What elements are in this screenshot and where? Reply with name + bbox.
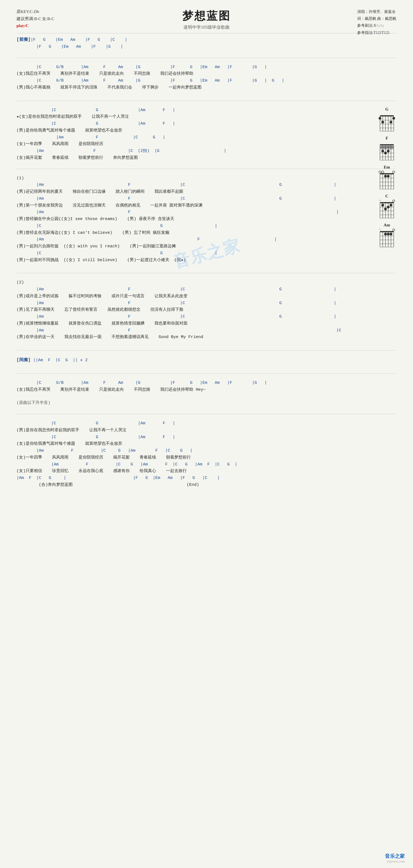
prelude-chords-2: |F G |Em Am |F |G | <box>16 43 397 51</box>
footer: 音乐之家 yinyuezi.com <box>385 853 405 864</box>
s1-chords1: |Am F |C G | <box>16 182 397 189</box>
svg-point-15 <box>389 121 392 124</box>
play-key: play:C <box>16 22 54 30</box>
chord-c-svg: × <box>377 199 397 219</box>
main1-chords1: |C G/B |Am F Am |G |F G |Em Am |F |G | <box>16 64 397 71</box>
s1-lyrics2: (男)第一个朋友坐我旁边 没见过面也没聊天 在偶然的相见 一起并肩 面对测不透的… <box>16 203 397 209</box>
fin-chords1: |C G |Am F | <box>16 420 397 427</box>
gap-11 <box>16 365 397 371</box>
divider-1 <box>16 33 397 33</box>
star-section: |C G |Am F | ★(女)是你在我悲伤时牵起我的双手 让我不再一个人哭泣… <box>16 107 397 162</box>
gap-8 <box>16 276 397 279</box>
divider-2 <box>16 58 397 58</box>
song-subtitle: 道明中学105级毕业歌曲 <box>16 25 397 30</box>
fin-lyrics5: (合)奔向梦想蓝图 (End) <box>16 482 397 489</box>
svg-point-62 <box>392 200 395 202</box>
svg-text:×: × <box>379 228 381 231</box>
lyricist: 词：戴思帆 曲：戴思帆 <box>357 15 397 22</box>
header-left: 原KEY:C-Db 建议男调:B-C 女:B-C play:C <box>16 8 54 30</box>
header-center: 梦想蓝图 道明中学105级毕业歌曲 <box>16 8 397 30</box>
ref-strumming: 参考刷法:X↑↓↑↓ <box>357 22 397 29</box>
prelude-chords-1: |F G |Em Am |F G |C | <box>31 37 127 42</box>
svg-point-81 <box>384 233 387 236</box>
gap-13 <box>16 394 397 400</box>
gap-15 <box>16 417 397 420</box>
s2-lyrics1: (男)或许是上帝的试炼 躲不过时间的考验 或许只是一句谎言 让我关系从此改变 <box>16 293 397 300</box>
s2-lyrics3: (男)就算憎恨继续蔓延 就算曾在伤口洒盐 就算热情变回腼腆 我也要和你面对面 <box>16 320 397 327</box>
section-1: (1) |Am F |C G | (男)还记得两年前的夏天 独自在校门口边缘 踏… <box>16 175 397 264</box>
s1-chords3: |Am F | <box>16 209 397 216</box>
divider-4 <box>16 169 397 169</box>
svg-point-82 <box>387 233 389 236</box>
s2-chords4: |Am F |C G | <box>16 327 397 334</box>
s2-lyrics4: (男)在毕业的这一天 我去找你见最后一面 不想抱着遗憾说再见 Good Bye … <box>16 334 397 341</box>
fin-chords5: |Am F |C G | |F G |Em Am |F G |C | <box>16 475 397 482</box>
s1-chords5: |Am F | <box>16 236 397 243</box>
gap-10 <box>16 353 397 356</box>
star-chords2: |C G |Am F | <box>16 121 397 127</box>
footer-url: yinyuezi.com <box>385 860 405 864</box>
s1-chords2: |Am F |C G | <box>16 195 397 203</box>
svg-point-83 <box>389 233 392 236</box>
gap-2 <box>16 61 397 64</box>
svg-point-64 <box>384 208 387 210</box>
rep-chords1: |C G/B |Am F Am |G |F G |Em Am |F |G | <box>16 380 397 386</box>
main1-lyrics2: (男)我心不再孤独 就算不停流下的泪珠 不代表我们会 停下脚步 一起奔向梦想蓝图 <box>16 84 397 91</box>
s1-lyrics1: (男)还记得两年前的夏天 独自在校门口边缘 踏入校门的瞬间 我比谁都不起眼 <box>16 189 397 195</box>
header-right: 演唱：许维芳、谢嘉全 词：戴思帆 曲：戴思帆 参考刷法:X↑↓↑↓ 参考指法:T… <box>357 8 397 36</box>
divider-6 <box>16 350 397 350</box>
svg-rect-28 <box>380 146 394 149</box>
s2-chords2: |Am F |C G | <box>16 300 397 307</box>
song-title: 梦想蓝图 <box>16 8 397 24</box>
rep-lyrics1: (女)我忍住不再哭 离别并不是结束 只是彼此走向 不同岔路 我们还会扶持帮助 H… <box>16 386 397 394</box>
chord-g: G <box>377 107 397 133</box>
divider-8 <box>16 414 397 414</box>
header-area: 原KEY:C-Db 建议男调:B-C 女:B-C play:C 梦想蓝图 道明中… <box>16 5 397 30</box>
section-2: (2) |Am F |C G | (男)或许是上帝的试炼 躲不过时间的考验 或许… <box>16 279 397 341</box>
star-lyrics4: (女)揭开花絮 青春延续 朝着梦想前行 奔向梦想蓝图 <box>16 155 397 162</box>
svg-point-48 <box>387 175 389 178</box>
gap-12 <box>16 376 397 380</box>
svg-point-14 <box>392 117 395 120</box>
fin-chords2: |C G |Am F | <box>16 434 397 441</box>
gap-1 <box>16 52 397 55</box>
gap-6 <box>16 172 397 175</box>
svg-point-12 <box>379 117 381 120</box>
footer-logo: 音乐之家 <box>385 853 405 860</box>
svg-point-45 <box>382 171 384 173</box>
s1-lyrics3: (男)曾经躺在中央公园((女)I see those dreams) (男) 昼… <box>16 216 397 223</box>
svg-point-80 <box>392 229 395 231</box>
interlude-content: ||Am F |C G || x 2 <box>31 358 88 363</box>
chord-c: C × <box>377 194 397 219</box>
divider-5 <box>16 273 397 273</box>
fin-chords3: |Am F |C G |Am F |C G | <box>16 447 397 455</box>
fin-chords4: |Am F |C G |Am F |C G |Am F |C G | <box>16 461 397 468</box>
star-section-wrap: |C G |Am F | ★(女)是你在我悲伤时牵起我的双手 让我不再一个人哭泣… <box>16 107 397 162</box>
section-1-label: (1) <box>16 176 24 181</box>
gap-14 <box>16 408 397 411</box>
chord-diagrams: G <box>377 107 397 250</box>
fin-lyrics3: (女)一年四季 风风雨雨 是你陪我经历 揭开花絮 青春延续 朝着梦想前行 <box>16 455 397 461</box>
svg-point-63 <box>381 204 384 207</box>
svg-point-44 <box>379 171 381 173</box>
main1-lyrics1: (女)我忍住不再哭 离别并不是结束 只是彼此走向 不同岔路 我们还会扶持帮助 <box>16 70 397 78</box>
ref-fingering: 参考指法:T121T121 <box>357 29 397 36</box>
section-2-label: (2) <box>16 280 24 285</box>
divider-7 <box>16 373 397 374</box>
main-section-1: |C G/B |Am F Am |G |F G |Em Am |F |G | (… <box>16 64 397 91</box>
star-lyrics2: (男)是你给我勇气面对每个难题 就算绝望也不会放弃 <box>16 127 397 134</box>
star-lyrics3: (女)一年四季 风风雨雨 是你陪我经历 <box>16 141 397 148</box>
s2-chords3: |Am F |C G | <box>16 313 397 320</box>
chord-f-svg <box>377 141 397 162</box>
svg-rect-67 <box>380 231 394 232</box>
s1-lyrics5: (男)一起到六合路吃饭 ((女) with you I reach) (男)一起… <box>16 243 397 250</box>
svg-rect-32 <box>380 173 394 174</box>
final-section: |C G |Am F | (男)是你在我悲伤时牵起我的双手 让我不再一个人哭泣 … <box>16 420 397 489</box>
svg-text:×: × <box>379 199 381 202</box>
svg-point-66 <box>389 204 392 207</box>
star-lyrics1: ★(女)是你在我悲伤时牵起我的双手 让我不再一个人哭泣 <box>16 114 397 121</box>
star-chords4: |Am F |C (2拍) |G | <box>16 148 397 155</box>
svg-point-30 <box>384 152 387 154</box>
chord-am: Am × <box>377 223 397 248</box>
svg-rect-49 <box>380 202 394 203</box>
